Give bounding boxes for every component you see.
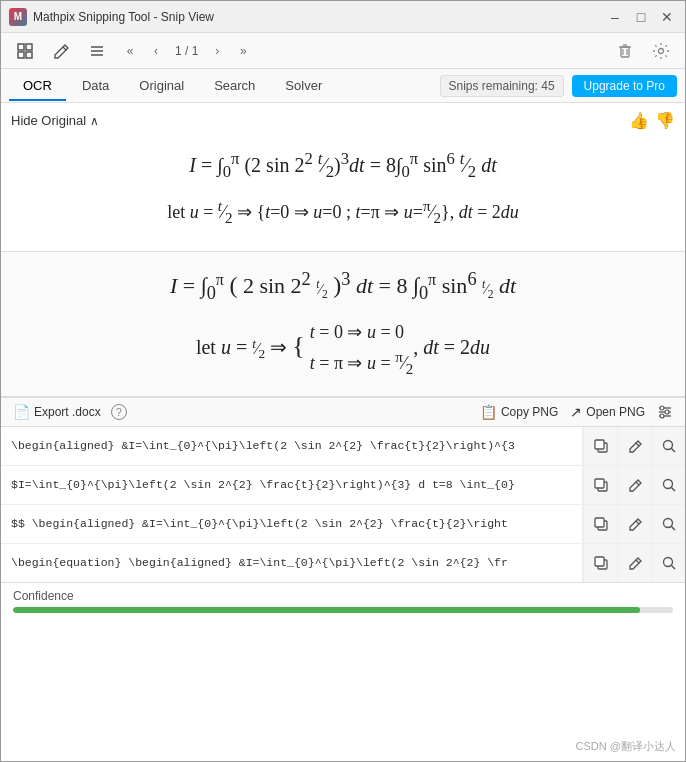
copy-row-2-button[interactable] bbox=[583, 505, 617, 543]
svg-rect-24 bbox=[595, 479, 604, 488]
svg-line-34 bbox=[671, 565, 675, 569]
confidence-bar-fill bbox=[13, 607, 640, 613]
edit-row-icon bbox=[627, 555, 643, 571]
svg-point-16 bbox=[660, 406, 664, 410]
latex-row: \begin{equation} \begin{aligned} &I=\int… bbox=[1, 544, 685, 582]
minimize-button[interactable]: – bbox=[605, 7, 625, 27]
svg-point-29 bbox=[663, 518, 672, 527]
latex-rendered-section: I = ∫0π ( 2 sin 22 t⁄2 )3 dt = 8 ∫0π sin… bbox=[1, 252, 685, 397]
svg-rect-20 bbox=[595, 440, 604, 449]
chevron-up-icon: ∧ bbox=[90, 114, 99, 128]
menu-icon bbox=[88, 42, 106, 60]
svg-point-21 bbox=[663, 440, 672, 449]
bottom-toolbar-left: 📄 Export .docx ? bbox=[13, 404, 127, 420]
copy-row-3-button[interactable] bbox=[583, 544, 617, 582]
edit-row-3-button[interactable] bbox=[617, 544, 651, 582]
svg-point-17 bbox=[665, 410, 669, 414]
copy-row-0-button[interactable] bbox=[583, 427, 617, 465]
edit-icon bbox=[52, 42, 70, 60]
confidence-section: Confidence bbox=[1, 583, 685, 617]
output-settings-icon bbox=[657, 404, 673, 420]
help-button[interactable]: ? bbox=[111, 404, 127, 420]
svg-point-25 bbox=[663, 479, 672, 488]
copy-icon bbox=[593, 438, 609, 454]
output-settings-button[interactable] bbox=[657, 404, 673, 420]
copy-icon bbox=[593, 555, 609, 571]
title-bar: M Mathpix Snipping Tool - Snip View – □ … bbox=[1, 1, 685, 33]
search-row-3-button[interactable] bbox=[651, 544, 685, 582]
thumbup-button[interactable]: 👍 bbox=[629, 111, 649, 130]
edit-button[interactable] bbox=[47, 37, 75, 65]
maximize-button[interactable]: □ bbox=[631, 7, 651, 27]
svg-line-22 bbox=[671, 448, 675, 452]
edit-row-2-button[interactable] bbox=[617, 505, 651, 543]
trash-icon bbox=[616, 42, 634, 60]
settings-button[interactable] bbox=[647, 37, 675, 65]
search-row-0-button[interactable] bbox=[651, 427, 685, 465]
row-actions-3 bbox=[582, 544, 685, 582]
export-docx-button[interactable]: 📄 Export .docx bbox=[13, 404, 101, 420]
copy-icon bbox=[593, 477, 609, 493]
nav-prev-button[interactable]: ‹ bbox=[145, 40, 167, 62]
export-icon: 📄 bbox=[13, 404, 30, 420]
confidence-label: Confidence bbox=[13, 589, 673, 603]
title-bar-left: M Mathpix Snipping Tool - Snip View bbox=[9, 8, 214, 26]
tab-ocr[interactable]: OCR bbox=[9, 72, 66, 101]
search-row-icon bbox=[661, 516, 677, 532]
feedback-buttons: 👍 👎 bbox=[629, 111, 675, 130]
tab-data[interactable]: Data bbox=[68, 72, 123, 101]
edit-row-icon bbox=[627, 438, 643, 454]
copy-row-1-button[interactable] bbox=[583, 466, 617, 504]
tab-solver[interactable]: Solver bbox=[271, 72, 336, 101]
tab-original[interactable]: Original bbox=[125, 72, 198, 101]
search-row-1-button[interactable] bbox=[651, 466, 685, 504]
upgrade-button[interactable]: Upgrade to Pro bbox=[572, 75, 677, 97]
export-label: Export .docx bbox=[34, 405, 101, 419]
svg-rect-0 bbox=[18, 44, 24, 50]
original-math-image: I = ∫0π (2 sin 22 t⁄2)3dt = 8∫0π sin6 t⁄… bbox=[11, 134, 675, 245]
latex-text-2: $$ \begin{aligned} &I=\int_{0}^{\pi}\lef… bbox=[1, 509, 582, 538]
latex-results-list: \begin{aligned} &I=\int_{0}^{\pi}\left(2… bbox=[1, 427, 685, 583]
thumbdown-button[interactable]: 👎 bbox=[655, 111, 675, 130]
navigation-controls: « ‹ 1 / 1 › » bbox=[119, 40, 254, 62]
latex-text-0: \begin{aligned} &I=\int_{0}^{\pi}\left(2… bbox=[1, 431, 582, 460]
search-row-icon bbox=[661, 477, 677, 493]
svg-rect-1 bbox=[26, 44, 32, 50]
svg-point-33 bbox=[663, 557, 672, 566]
search-row-icon bbox=[661, 555, 677, 571]
menu-button[interactable] bbox=[83, 37, 111, 65]
window-title: Mathpix Snipping Tool - Snip View bbox=[33, 10, 214, 24]
svg-rect-2 bbox=[18, 52, 24, 58]
rendered-line-2: let u = t⁄2 ⇒ { t = 0 ⇒ u = 0 t = π ⇒ u … bbox=[21, 319, 665, 380]
bottom-toolbar: 📄 Export .docx ? 📋 Copy PNG ↗ Open PNG bbox=[1, 397, 685, 427]
watermark: CSDN @翻译小达人 bbox=[576, 739, 676, 754]
original-header: Hide Original ∧ 👍 👎 bbox=[11, 107, 675, 134]
copy-png-label: Copy PNG bbox=[501, 405, 558, 419]
nav-next-button[interactable]: › bbox=[206, 40, 228, 62]
snip-button[interactable] bbox=[11, 37, 39, 65]
nav-last-button[interactable]: » bbox=[232, 40, 254, 62]
svg-rect-3 bbox=[26, 52, 32, 58]
svg-point-12 bbox=[659, 48, 664, 53]
latex-text-1: $I=\int_{0}^{\pi}\left(2 \sin 2^{2} \fra… bbox=[1, 470, 582, 499]
edit-row-1-button[interactable] bbox=[617, 466, 651, 504]
close-button[interactable]: ✕ bbox=[657, 7, 677, 27]
nav-first-button[interactable]: « bbox=[119, 40, 141, 62]
settings-icon bbox=[652, 42, 670, 60]
hide-original-button[interactable]: Hide Original ∧ bbox=[11, 113, 99, 128]
search-row-icon bbox=[661, 438, 677, 454]
tab-search[interactable]: Search bbox=[200, 72, 269, 101]
edit-row-icon bbox=[627, 516, 643, 532]
svg-rect-32 bbox=[595, 557, 604, 566]
search-row-2-button[interactable] bbox=[651, 505, 685, 543]
edit-row-icon bbox=[627, 477, 643, 493]
copy-png-button[interactable]: 📋 Copy PNG bbox=[480, 404, 558, 420]
svg-line-30 bbox=[671, 526, 675, 530]
edit-row-0-button[interactable] bbox=[617, 427, 651, 465]
open-png-button[interactable]: ↗ Open PNG bbox=[570, 404, 645, 420]
original-section: Hide Original ∧ 👍 👎 I = ∫0π (2 sin 22 t⁄… bbox=[1, 103, 685, 252]
toolbar-right bbox=[611, 37, 675, 65]
trash-button[interactable] bbox=[611, 37, 639, 65]
rendered-line-1: I = ∫0π ( 2 sin 22 t⁄2 )3 dt = 8 ∫0π sin… bbox=[21, 262, 665, 311]
toolbar-left: « ‹ 1 / 1 › » bbox=[11, 37, 254, 65]
